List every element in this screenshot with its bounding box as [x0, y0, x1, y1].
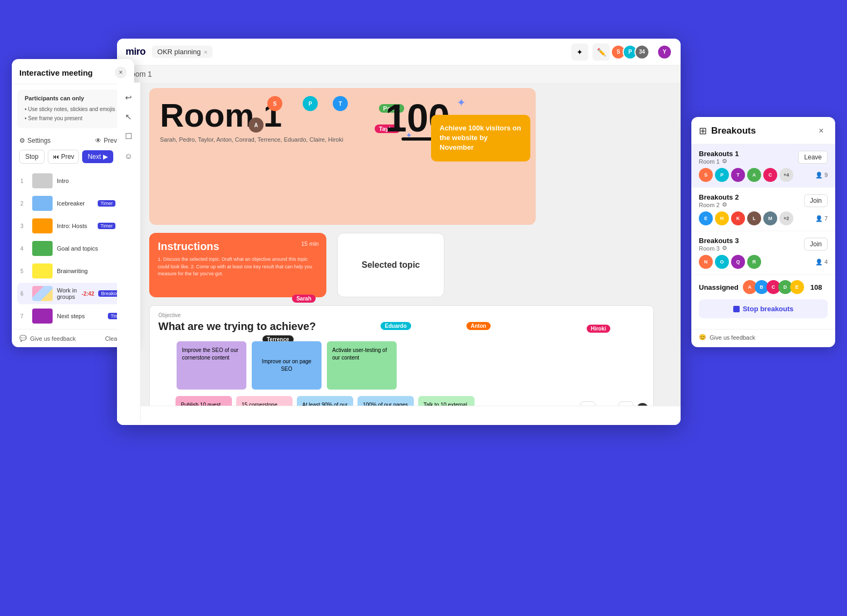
- room2-av-2: H: [715, 211, 729, 225]
- person-icon-1: 👤: [815, 172, 823, 179]
- eye-icon: 👁: [95, 137, 101, 144]
- hiroki-tag: Hiroki: [587, 325, 610, 333]
- collaborators-stack: S P 34: [614, 45, 649, 60]
- room2-more: +2: [779, 211, 793, 225]
- undo-tool[interactable]: ↩: [120, 89, 137, 106]
- floating-avatars: S P T: [267, 96, 348, 111]
- bottom-toolbar: ☰: [117, 406, 681, 425]
- agenda-thumb-1: [32, 173, 53, 188]
- floating-avatars-row2: A: [249, 118, 264, 133]
- prev-btn[interactable]: ⏮ Prev: [48, 150, 79, 164]
- settings-icon-room1: ⚙: [722, 158, 727, 165]
- next-icon: ▶: [103, 153, 108, 160]
- main-canvas-window: miro OKR planning × ✦ ✏️ S P 34 Y Room 1…: [117, 39, 681, 425]
- tab-close-icon[interactable]: ×: [204, 49, 207, 55]
- room1-avatars: S P T A C +4 👤 9: [699, 168, 828, 182]
- meeting-close-btn[interactable]: ×: [115, 67, 127, 78]
- magic-tool-btn[interactable]: ✏️: [593, 43, 610, 61]
- feedback-btn[interactable]: 💬 Give us feedback: [19, 335, 76, 342]
- float-av-1: S: [267, 96, 282, 111]
- join-room2-btn[interactable]: Join: [804, 194, 828, 207]
- breakout-room-2-header: Breakouts 2 Room 2 ⚙ Join: [699, 193, 828, 208]
- agenda-item-3[interactable]: 3 Intro: Hosts Timer ✓: [17, 215, 129, 237]
- room1-card: Room 1 Sarah, Pedro, Taylor, Anton, Conr…: [149, 88, 536, 225]
- room1-av-2: P: [715, 168, 729, 182]
- instructions-body: 1. Discuss the selected topic. Draft wha…: [158, 256, 318, 278]
- meeting-footer: 💬 Give us feedback Clear all: [12, 329, 134, 347]
- stop-breakouts-btn[interactable]: Stop breakouts: [699, 299, 828, 318]
- instructions-time: 15 min: [301, 240, 319, 247]
- tab-pill[interactable]: OKR planning ×: [152, 46, 213, 58]
- sticky-green: Activate user-testing of our content: [327, 341, 397, 390]
- stop-presentation-btn[interactable]: Stop: [19, 150, 45, 164]
- breakout-room-3: Breakouts 3 Room 3 ⚙ Join N O Q R 👤 4: [691, 231, 835, 275]
- agenda-item-7[interactable]: 7 Next steps Timer: [17, 305, 129, 327]
- anton-tag: Anton: [466, 322, 491, 330]
- instructions-card: Instructions 15 min 1. Discuss the selec…: [149, 233, 326, 297]
- nav-controls: Stop ⏮ Prev Next ▶: [12, 150, 134, 170]
- next-btn[interactable]: Next ▶: [82, 150, 113, 163]
- stop-square-icon: [733, 306, 740, 312]
- breakout-room-3-info: Breakouts 3 Room 3 ⚙: [699, 237, 739, 252]
- agenda-item-5[interactable]: 5 Brainwriting ✓: [17, 260, 129, 282]
- agenda-item-4[interactable]: 4 Goal and topics ✓: [17, 238, 129, 259]
- meeting-panel-header: Interactive meeting ×: [12, 59, 134, 84]
- unassigned-row: Unassigned A B C D E 108: [699, 280, 828, 294]
- sticky-grid: Improve the SEO of our cornerstone conte…: [150, 337, 653, 394]
- unassigned-section: Unassigned A B C D E 108 Stop breakouts: [691, 275, 835, 329]
- breakouts-header: ⊞ Breakouts ×: [691, 117, 835, 144]
- participants-only-title: Participants can only: [25, 95, 121, 101]
- sticky-purple: Improve the SEO of our cornerstone conte…: [177, 341, 246, 390]
- agenda-item-2[interactable]: 2 Icebreaker Timer ✓: [17, 193, 129, 214]
- miro-logo: miro: [126, 46, 145, 57]
- room3-av-3: Q: [731, 255, 745, 269]
- settings-icon-room3: ⚙: [722, 245, 727, 252]
- breakouts-grid-icon: ⊞: [699, 125, 707, 137]
- room3-sub: Room 3 ⚙: [699, 245, 739, 252]
- agenda-thumb-6: [32, 286, 53, 301]
- avatar-count: 34: [634, 45, 649, 60]
- room2-avatars: E H K L M +2 👤 7: [699, 211, 828, 225]
- sticky-blue: Improve our on page SEO: [252, 341, 322, 390]
- agenda-list: 1 Intro ✓ 2 Icebreaker Timer ✓ 3 Intro: …: [12, 170, 134, 327]
- room2-av-3: K: [731, 211, 745, 225]
- achieve-card: Achieve 100k visitors on the website by …: [431, 115, 530, 162]
- breakout-room-1-header: Breakouts 1 Room 1 ⚙ Leave: [699, 150, 828, 165]
- breakout-room-3-header: Breakouts 3 Room 3 ⚙ Join: [699, 237, 828, 252]
- room1-av-1: S: [699, 168, 713, 182]
- unassigned-avatars: A B C D E: [743, 280, 804, 294]
- note-tool[interactable]: ☐: [120, 128, 137, 145]
- cursor-tool-btn[interactable]: ✦: [571, 43, 588, 61]
- breakout-room-2: Breakouts 2 Room 2 ⚙ Join E H K L M +2 👤…: [691, 188, 835, 231]
- room2-av-5: M: [763, 211, 777, 225]
- agenda-thumb-3: [32, 218, 53, 233]
- room3-av-2: O: [715, 255, 729, 269]
- settings-btn[interactable]: ⚙ Settings: [19, 137, 50, 144]
- breakouts-feedback-btn[interactable]: 😊 Give us feedback: [691, 329, 835, 347]
- room1-count: 👤 9: [815, 172, 828, 179]
- join-room3-btn[interactable]: Join: [804, 238, 828, 251]
- agenda-thumb-4: [32, 241, 53, 256]
- select-tool[interactable]: ↖: [120, 108, 137, 126]
- unassigned-label: Unassigned: [699, 283, 739, 291]
- breakout-room-2-info: Breakouts 2 Room 2 ⚙: [699, 193, 739, 208]
- agenda-item-1[interactable]: 1 Intro ✓: [17, 170, 129, 192]
- room1-name: Breakouts 1: [699, 150, 739, 158]
- settings-icon-room2: ⚙: [722, 201, 727, 208]
- breakouts-close-btn[interactable]: ×: [815, 124, 828, 137]
- sparkle-icon-2: ✦: [406, 131, 412, 140]
- room3-av-4: R: [747, 255, 761, 269]
- float-av-4: A: [249, 118, 264, 133]
- agenda-thumb-2: [32, 196, 53, 211]
- unassigned-av-5: E: [790, 280, 804, 294]
- float-av-3: T: [333, 96, 348, 111]
- emoji-tool[interactable]: ☺: [120, 147, 137, 164]
- person-icon-2: 👤: [815, 215, 823, 222]
- agenda-item-6[interactable]: 6 Work in groups -2:42 Breakouts: [17, 283, 129, 304]
- room1-av-3: T: [731, 168, 745, 182]
- breakout-room-1-info: Breakouts 1 Room 1 ⚙: [699, 150, 739, 165]
- header-actions: ✦ ✏️ S P 34 Y: [571, 43, 672, 61]
- breakouts-title: Breakouts: [711, 126, 756, 136]
- leave-room1-btn[interactable]: Leave: [798, 151, 828, 164]
- breakout-room-1: Breakouts 1 Room 1 ⚙ Leave S P T A C +4 …: [691, 144, 835, 188]
